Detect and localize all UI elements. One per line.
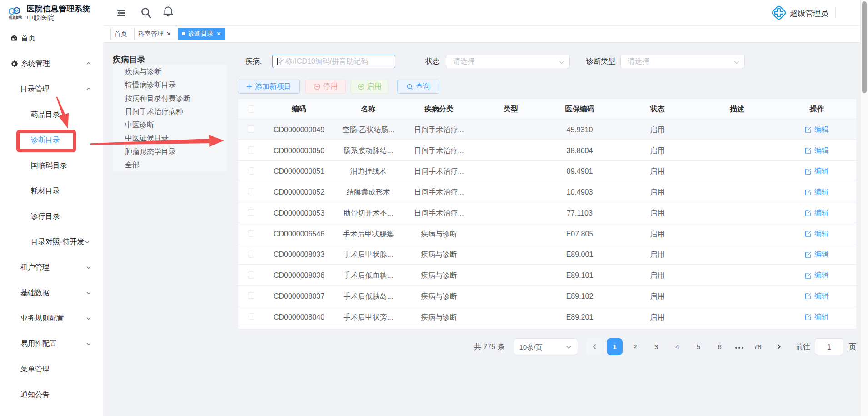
svg-text:HEALTH LINK: HEALTH LINK	[9, 18, 17, 20]
